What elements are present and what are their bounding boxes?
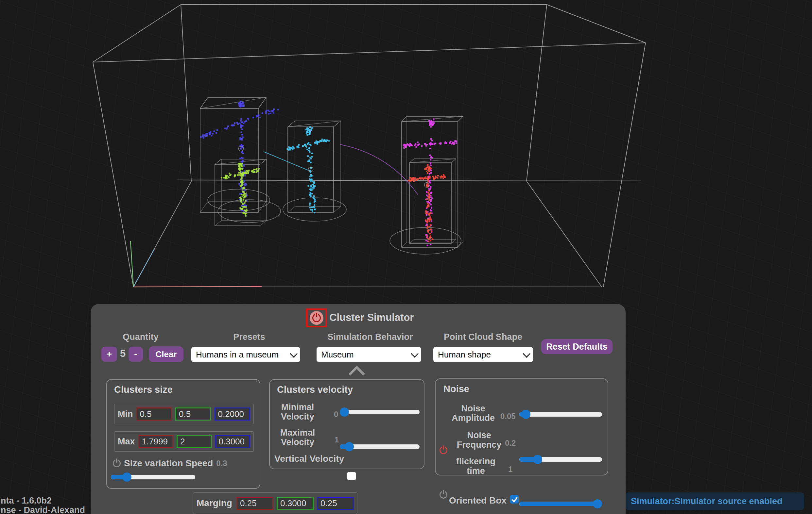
size-variation-slider[interactable] [111, 473, 195, 482]
presets-select[interactable]: Humans in a museum [191, 347, 300, 362]
clusters-size-title: Clusters size [114, 384, 173, 395]
version-line-2: nse - David-Alexand [1, 506, 85, 514]
flickering-time-label: flickering time [451, 457, 500, 476]
min-z-input[interactable]: 0.2000 [214, 407, 251, 421]
min-y-input[interactable]: 0.5 [175, 407, 211, 421]
maximal-velocity-slider[interactable] [340, 442, 419, 451]
clusters-velocity-title: Clusters velocity [277, 384, 353, 395]
maximal-velocity-value: 1 [335, 435, 339, 444]
minimal-velocity-label: Minimal Velocity [276, 402, 319, 422]
clusters-size-box: Clusters size Min 0.5 0.5 0.2000 Max 1.7… [106, 379, 260, 489]
min-row: Min 0.5 0.5 0.2000 [114, 404, 254, 424]
quantity-plus-button[interactable]: + [102, 347, 117, 362]
noise-frequency-slider[interactable] [519, 455, 602, 464]
noise-frequency-label: Noise Frequency [455, 431, 503, 450]
simulation-behavior-header: Simulation Behavior [327, 332, 413, 342]
noise-frequency-slider-knob[interactable] [533, 455, 542, 464]
quantity-header: Quantity [123, 332, 158, 342]
noise-amplitude-value: 0.05 [500, 412, 516, 421]
marging-y-input[interactable]: 0.3000 [277, 497, 314, 510]
simulator-power-button[interactable] [310, 311, 323, 325]
clear-button[interactable]: Clear [149, 346, 183, 362]
min-label: Min [118, 409, 133, 419]
oriented-box-checkbox[interactable] [510, 495, 519, 504]
marging-row: Marging 0.25 0.3000 0.25 [193, 492, 357, 514]
marging-label: Marging [197, 498, 233, 509]
presets-header: Presets [233, 332, 265, 342]
point-cloud-shape-header: Point Cloud Shape [444, 332, 522, 342]
version-line-1: nta - 1.6.0b2 [1, 496, 85, 506]
minimal-velocity-value: 0 [334, 410, 338, 419]
quantity-minus-button[interactable]: - [128, 347, 143, 362]
reset-defaults-button[interactable]: Reset Defaults [541, 339, 612, 354]
chevron-down-icon [523, 350, 530, 358]
toast-source: Simulator: [631, 496, 675, 507]
quantity-value: 5 [117, 348, 128, 359]
vertical-velocity-label: Vertical Velocity [274, 454, 344, 464]
max-label: Max [118, 436, 135, 447]
size-variation-value: 0.3 [216, 459, 227, 468]
cluster-green [221, 163, 260, 217]
marging-z-input[interactable]: 0.25 [317, 497, 354, 510]
cluster-simulator-panel: Cluster Simulator Quantity Presets Simul… [91, 304, 626, 514]
maximal-velocity-label: Maximal Velocity [276, 428, 319, 447]
max-z-input[interactable]: 0.3000 [215, 435, 250, 448]
flickering-time-power-icon[interactable] [439, 491, 447, 498]
flickering-time-value: 1 [508, 465, 513, 474]
simulator-status-toast: Simulator: Simulator source enabled [626, 492, 804, 510]
clusters-velocity-box: Clusters velocity Minimal Velocity 0 Max… [269, 379, 425, 469]
max-x-input[interactable]: 1.7999 [138, 435, 173, 448]
noise-amplitude-slider-knob[interactable] [521, 410, 530, 419]
size-variation-power-icon[interactable] [113, 459, 121, 467]
simulation-behavior-select-value: Museum [321, 350, 354, 360]
noise-box: Noise Noise Amplitude 0.05 Noise Frequen… [435, 379, 608, 476]
min-x-input[interactable]: 0.5 [136, 407, 172, 421]
max-y-input[interactable]: 2 [177, 435, 211, 448]
size-variation-row: Size variation Speed 0.3 [113, 458, 227, 468]
size-variation-label: Size variation Speed [124, 458, 213, 468]
flickering-time-slider[interactable] [519, 499, 602, 509]
noise-frequency-value: 0.2 [505, 439, 516, 448]
noise-amplitude-label: Noise Amplitude [449, 404, 498, 423]
noise-title: Noise [443, 384, 469, 394]
vertical-velocity-checkbox[interactable] [347, 472, 356, 480]
noise-frequency-power-icon[interactable] [439, 446, 447, 454]
oriented-box-label: Oriented Box [449, 495, 506, 506]
minimal-velocity-slider[interactable] [340, 407, 419, 417]
point-cloud-shape-select-value: Human shape [438, 350, 491, 360]
minimal-velocity-slider-knob[interactable] [340, 407, 349, 417]
version-info: nta - 1.6.0b2 nse - David-Alexand [1, 496, 85, 514]
flickering-time-slider-knob[interactable] [593, 499, 602, 509]
point-cloud-shape-select[interactable]: Human shape [433, 347, 533, 362]
max-row: Max 1.7999 2 0.3000 [114, 431, 254, 452]
maximal-velocity-slider-knob[interactable] [345, 442, 354, 451]
power-icon [312, 314, 321, 322]
chevron-down-icon [290, 350, 298, 358]
power-highlight-box [306, 308, 327, 327]
marging-x-input[interactable]: 0.25 [236, 497, 273, 510]
toast-message: Simulator source enabled [675, 496, 783, 507]
noise-amplitude-slider[interactable] [519, 410, 602, 419]
simulation-behavior-select[interactable]: Museum [317, 347, 421, 362]
presets-select-value: Humans in a museum [196, 350, 279, 360]
cluster-blue [200, 101, 279, 212]
chevron-down-icon [411, 350, 418, 358]
panel-title: Cluster Simulator [329, 312, 414, 324]
size-variation-slider-knob[interactable] [122, 473, 132, 482]
